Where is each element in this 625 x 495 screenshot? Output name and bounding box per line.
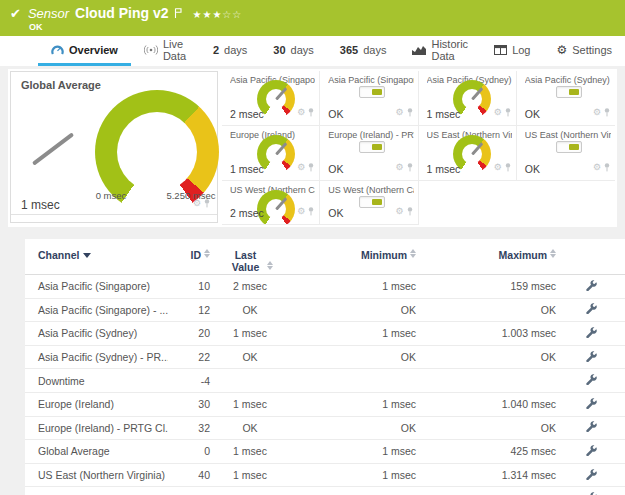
channel-toggle-indicator <box>359 196 385 208</box>
tab-30-days[interactable]: 30 days <box>260 36 327 66</box>
tab-label: days <box>363 44 386 56</box>
tab-historic-data[interactable]: Historic Data <box>399 36 481 66</box>
pin-icon[interactable] <box>308 158 314 176</box>
wrench-icon[interactable] <box>586 469 597 480</box>
maximum-cell: 1.003 msec <box>416 327 556 339</box>
column-header-last-value[interactable]: Last Value <box>210 249 290 273</box>
priority-stars[interactable]: ★★★☆☆ <box>192 9 242 20</box>
channel-value: 2 msec <box>230 108 264 120</box>
minimum-cell: 1 msec <box>290 445 416 457</box>
log-table-icon <box>494 45 507 55</box>
gear-icon[interactable]: ⚙ <box>593 163 601 172</box>
pin-icon[interactable] <box>407 202 413 220</box>
column-header-id[interactable]: ID <box>168 249 210 261</box>
channel-mini-panel[interactable]: Asia Pacific (Sydney) - PRTG ... OK ⚙ <box>517 71 615 126</box>
gear-icon[interactable]: ⚙ <box>297 163 305 172</box>
maximum-cell: OK <box>416 304 556 316</box>
gear-icon[interactable]: ⚙ <box>593 108 601 117</box>
column-header-minimum[interactable]: Minimum <box>290 249 416 261</box>
table-row[interactable]: Global Average 0 1 msec 1 msec 425 msec <box>25 440 625 464</box>
tab-2-days[interactable]: 2 days <box>200 36 260 66</box>
table-row[interactable]: Asia Pacific (Sydney) 20 1 msec 1 msec 1… <box>25 322 625 346</box>
channel-title: Asia Pacific (Singapore) - PR... <box>328 75 413 85</box>
pin-icon[interactable] <box>505 158 511 176</box>
tab-label: Log <box>512 44 530 56</box>
gauge-icon <box>51 44 64 55</box>
flag-icon[interactable] <box>174 4 182 22</box>
column-header-channel[interactable]: Channel <box>25 249 168 261</box>
pin-icon[interactable] <box>308 103 314 121</box>
wrench-icon[interactable] <box>586 303 597 314</box>
gauge-needle <box>32 132 74 165</box>
channel-mini-panel[interactable]: Asia Pacific (Sydney) 1 msec ⚙ <box>419 71 517 126</box>
pin-icon[interactable] <box>407 158 413 176</box>
channel-mini-panel[interactable]: US West (Northern California) 2 msec ⚙ <box>222 181 320 225</box>
table-row[interactable]: Asia Pacific (Sydney) - PR... 22 OK OK O… <box>25 346 625 370</box>
channel-toggle-indicator <box>359 86 385 98</box>
table-row[interactable]: US East (Northern Virgini... 42 OK OK OK <box>25 487 625 495</box>
tab-overview[interactable]: Overview <box>38 36 131 66</box>
maximum-cell: OK <box>416 351 556 363</box>
channel-value: 1 msec <box>21 198 60 212</box>
table-row[interactable]: Downtime -4 <box>25 369 625 393</box>
gear-icon: ⚙ <box>556 44 567 56</box>
pin-icon[interactable] <box>505 103 511 121</box>
global-average-panel[interactable]: Global Average 0 msec 5.250 msec 1 msec … <box>10 71 218 223</box>
channel-value: 1 msec <box>230 163 264 175</box>
last-value-cell: OK <box>210 351 290 363</box>
tab-label-number: 30 <box>273 44 285 56</box>
pin-icon[interactable] <box>604 103 610 121</box>
maximum-cell: OK <box>416 422 556 434</box>
gear-icon[interactable]: ⚙ <box>297 108 305 117</box>
gear-icon[interactable]: ⚙ <box>395 108 403 117</box>
table-row[interactable]: US East (Northern Virginia) 40 1 msec 1 … <box>25 464 625 488</box>
gauge-scale-min: 0 msec <box>83 190 139 201</box>
pin-icon[interactable] <box>308 202 314 220</box>
table-row[interactable]: Asia Pacific (Singapore) - ... 12 OK OK … <box>25 299 625 323</box>
channel-mini-panel[interactable]: Europe (Ireland) 1 msec ⚙ <box>222 126 320 181</box>
gear-icon[interactable]: ⚙ <box>193 199 201 208</box>
tab-label: Overview <box>69 44 118 56</box>
pin-icon[interactable] <box>604 158 610 176</box>
channel-mini-panel[interactable]: Asia Pacific (Singapore) 2 msec ⚙ <box>222 71 320 126</box>
sort-desc-icon <box>83 253 91 258</box>
gear-icon[interactable]: ⚙ <box>395 163 403 172</box>
wrench-icon[interactable] <box>586 327 597 338</box>
gear-icon[interactable]: ⚙ <box>297 207 305 216</box>
channel-cell: Europe (Ireland) <box>25 398 168 410</box>
tab-label: days <box>224 44 247 56</box>
channel-mini-panel[interactable]: Europe (Ireland) - PRTG Cloud... OK ⚙ <box>320 126 418 181</box>
wrench-icon[interactable] <box>586 374 597 385</box>
channel-value: OK <box>525 108 540 120</box>
tab-live-data[interactable]: Live Data <box>131 36 200 66</box>
wrench-icon[interactable] <box>586 445 597 456</box>
tab-365-days[interactable]: 365 days <box>327 36 400 66</box>
area-chart-icon <box>412 44 426 55</box>
channel-mini-panel[interactable]: US East (Northern Virginia) - ... OK ⚙ <box>517 126 615 181</box>
channel-mini-panel[interactable]: Asia Pacific (Singapore) - PR... OK ⚙ <box>320 71 418 126</box>
tab-log[interactable]: Log <box>481 36 543 66</box>
gear-icon[interactable]: ⚙ <box>494 163 502 172</box>
tab-settings[interactable]: ⚙ Settings <box>543 36 625 66</box>
table-row[interactable]: Asia Pacific (Singapore) 10 2 msec 1 mse… <box>25 275 625 299</box>
channel-mini-panel[interactable]: US East (Northern Virginia) 1 msec ⚙ <box>419 126 517 181</box>
column-header-maximum[interactable]: Maximum <box>416 249 556 261</box>
pin-icon[interactable] <box>407 103 413 121</box>
wrench-icon[interactable] <box>586 398 597 409</box>
id-cell: 30 <box>168 398 210 410</box>
table-row[interactable]: Europe (Ireland) 30 1 msec 1 msec 1.040 … <box>25 393 625 417</box>
overview-panel-grid: Asia Pacific (Singapore) 2 msec ⚙ Asia P… <box>222 71 615 225</box>
gear-icon[interactable]: ⚙ <box>395 207 403 216</box>
channel-mini-panel[interactable]: US West (Northern California)... OK ⚙ <box>320 181 418 225</box>
wrench-icon[interactable] <box>586 421 597 432</box>
table-row[interactable]: Europe (Ireland) - PRTG Cl... 32 OK OK O… <box>25 417 625 441</box>
tab-label-number: 2 <box>213 44 219 56</box>
channel-value: OK <box>525 163 540 175</box>
gear-icon[interactable]: ⚙ <box>494 108 502 117</box>
stars-filled: ★★★ <box>192 9 222 20</box>
pin-icon[interactable] <box>204 194 210 212</box>
minimum-cell: OK <box>290 422 416 434</box>
wrench-icon[interactable] <box>586 351 597 362</box>
wrench-icon[interactable] <box>586 280 597 291</box>
channel-title: Europe (Ireland) - PRTG Cloud... <box>328 130 413 140</box>
